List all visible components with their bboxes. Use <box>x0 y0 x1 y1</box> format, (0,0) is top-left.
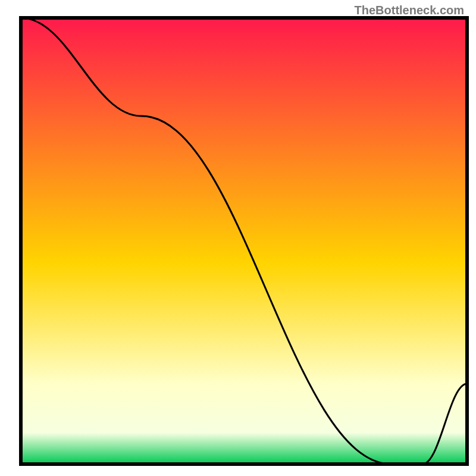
chart-canvas <box>0 0 476 476</box>
plot-area <box>21 18 467 466</box>
bottleneck-chart: TheBottleneck.com <box>0 0 476 476</box>
watermark-text: TheBottleneck.com <box>355 4 464 17</box>
